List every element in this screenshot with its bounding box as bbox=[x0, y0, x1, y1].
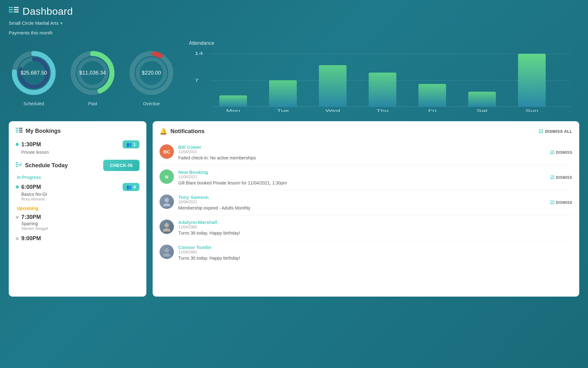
svg-rect-40 bbox=[19, 132, 23, 132]
schedule-time-900: 9:00PM bbox=[21, 235, 41, 242]
bottom-area: My Bookings 1:30PM 👥 1 Private lesson bbox=[0, 121, 588, 297]
schedule-title: Schedule Today bbox=[25, 162, 68, 169]
chevron-down-icon[interactable]: ▾ bbox=[60, 21, 63, 26]
dismiss-all-button[interactable]: ☑ DISMISS ALL bbox=[539, 128, 572, 134]
upcoming-label: Upcoming bbox=[17, 206, 139, 211]
notif-message-n: Gill Blare booked Private lesson for 11/… bbox=[178, 180, 546, 185]
top-area: $25,687.50 Scheduled $11,036.34 Paid bbox=[0, 40, 588, 114]
svg-point-44 bbox=[165, 198, 169, 202]
scheduled-chart: $25,687.50 Scheduled bbox=[9, 48, 59, 106]
overdue-amount: $220.00 bbox=[142, 70, 161, 76]
notifications-header: 🔔 Notifications ☑ DISMISS ALL bbox=[160, 127, 572, 135]
notification-item-bc: BC Bill Cower 11/04/2021 Failed check-in… bbox=[160, 140, 572, 165]
notification-item-ts: Tony Samson 10/04/2021 Membership expire… bbox=[160, 190, 572, 215]
schedule-time-600: 6:00PM bbox=[21, 184, 41, 190]
notif-message-am: Turns 36 today. Happy birthday! bbox=[178, 231, 572, 236]
schedule-dot-upcoming1 bbox=[16, 216, 19, 219]
overdue-donut: $220.00 bbox=[126, 48, 176, 98]
notif-name-ts: Tony Samson bbox=[178, 194, 546, 200]
dismiss-button-ts[interactable]: ☑ DISMISS bbox=[550, 200, 572, 205]
dismiss-button-bc[interactable]: ☑ DISMISS bbox=[550, 150, 572, 155]
svg-rect-23 bbox=[319, 65, 347, 107]
dismiss-all-icon: ☑ bbox=[539, 128, 543, 134]
paid-donut: $11,036.34 bbox=[68, 48, 118, 98]
payments-label: Payments this month bbox=[0, 30, 588, 40]
bookings-card: My Bookings 1:30PM 👥 1 Private lesson bbox=[9, 121, 146, 297]
svg-text:14: 14 bbox=[195, 51, 203, 56]
notif-message-ts: Membership expired - Adults Monthly bbox=[178, 205, 546, 210]
schedule-time-730: 7:30PM bbox=[21, 214, 41, 220]
svg-rect-5 bbox=[14, 11, 19, 13]
svg-text:Wed: Wed bbox=[325, 108, 340, 112]
booking-item: 1:30PM 👥 1 bbox=[16, 140, 139, 148]
notifications-card: 🔔 Notifications ☑ DISMISS ALL BC Bill Co… bbox=[153, 121, 579, 297]
svg-point-47 bbox=[163, 228, 170, 231]
svg-text:Tue: Tue bbox=[277, 108, 289, 112]
notification-content-am: Adalynn Marshall 11/04/1985 Turns 36 tod… bbox=[178, 220, 572, 236]
schedule-dot bbox=[16, 185, 19, 189]
check-in-button[interactable]: CHECK-IN bbox=[103, 160, 139, 171]
schedule-dot-upcoming2 bbox=[16, 237, 19, 240]
schedule-item-730: 7:30PM Sparring Steven Seagal bbox=[16, 214, 139, 231]
schedule-attendees-badge[interactable]: 👥 4 bbox=[123, 183, 139, 191]
bookings-icon bbox=[16, 127, 23, 135]
attendance-chart: 14 7 bbox=[186, 50, 579, 114]
svg-rect-0 bbox=[9, 7, 13, 8]
schedule-instructor-730: Steven Seagal bbox=[21, 226, 139, 231]
dismiss-label-ts: DISMISS bbox=[556, 200, 572, 205]
svg-rect-4 bbox=[14, 9, 19, 10]
svg-rect-35 bbox=[16, 128, 18, 129]
payments-charts: $25,687.50 Scheduled $11,036.34 Paid bbox=[9, 40, 176, 114]
svg-rect-36 bbox=[16, 130, 18, 131]
notif-date-am: 11/04/1985 bbox=[178, 225, 572, 229]
dismiss-label-bc: DISMISS bbox=[556, 150, 572, 155]
svg-rect-2 bbox=[9, 11, 13, 13]
notifications-title: Notifications bbox=[170, 128, 205, 135]
scheduled-donut: $25,687.50 bbox=[9, 48, 59, 98]
svg-point-46 bbox=[165, 223, 169, 227]
notif-date-n: 11/04/2021 bbox=[178, 175, 546, 179]
dismiss-check-icon-n: ☑ bbox=[550, 175, 555, 180]
notification-content-n: New Booking 11/04/2021 Gill Blare booked… bbox=[178, 169, 546, 185]
attendance-title: Attendance bbox=[186, 40, 579, 46]
svg-rect-24 bbox=[369, 73, 396, 107]
scheduled-amount: $25,687.50 bbox=[20, 70, 47, 76]
svg-text:Thu: Thu bbox=[376, 108, 389, 112]
attendance-section: Attendance 14 7 bbox=[186, 40, 579, 114]
svg-rect-39 bbox=[19, 130, 23, 131]
schedule-header: Schedule Today CHECK-IN bbox=[16, 160, 139, 171]
avatar-ts bbox=[160, 194, 174, 209]
booking-dot bbox=[16, 143, 19, 146]
dashboard-icon bbox=[9, 6, 19, 17]
avatar-bc: BC bbox=[160, 144, 174, 159]
notification-content-bc: Bill Cower 11/04/2021 Failed check-in: N… bbox=[178, 144, 546, 160]
schedule-instructor-600: Rory Almond bbox=[21, 197, 139, 201]
notification-item-n: N New Booking 11/04/2021 Gill Blare book… bbox=[160, 165, 572, 190]
schedule-attendees-count: 4 bbox=[133, 184, 136, 189]
notification-item-am: Adalynn Marshall 11/04/1985 Turns 36 tod… bbox=[160, 215, 572, 240]
svg-text:7: 7 bbox=[195, 78, 199, 82]
svg-point-45 bbox=[163, 203, 170, 206]
svg-text:Sun: Sun bbox=[525, 108, 538, 112]
page-title: Dashboard bbox=[23, 6, 73, 17]
notif-message-ct: Turns 30 today. Happy birthday! bbox=[178, 256, 572, 261]
paid-label: Paid bbox=[88, 101, 97, 106]
svg-point-48 bbox=[165, 248, 169, 252]
attendees-badge[interactable]: 👥 1 bbox=[123, 140, 139, 148]
svg-rect-43 bbox=[16, 166, 18, 167]
dismiss-label-n: DISMISS bbox=[556, 175, 572, 180]
schedule-item-inprogress: 6:00PM 👥 4 Basics No-GI Rory Almond bbox=[16, 183, 139, 201]
svg-rect-21 bbox=[219, 95, 247, 106]
svg-text:Fri: Fri bbox=[428, 108, 437, 112]
org-name: Small Circle Martial Arts bbox=[9, 20, 58, 26]
dismiss-button-n[interactable]: ☑ DISMISS bbox=[550, 175, 572, 180]
svg-text:Mon: Mon bbox=[226, 108, 240, 112]
dismiss-check-icon: ☑ bbox=[550, 150, 555, 155]
svg-rect-22 bbox=[269, 80, 297, 107]
avatar-n: N bbox=[160, 169, 174, 184]
notification-content-ts: Tony Samson 10/04/2021 Membership expire… bbox=[178, 194, 546, 210]
org-row[interactable]: Small Circle Martial Arts ▾ bbox=[0, 20, 588, 30]
svg-rect-27 bbox=[518, 54, 545, 107]
in-progress-label: In Progress bbox=[17, 175, 139, 180]
svg-rect-1 bbox=[9, 9, 13, 10]
